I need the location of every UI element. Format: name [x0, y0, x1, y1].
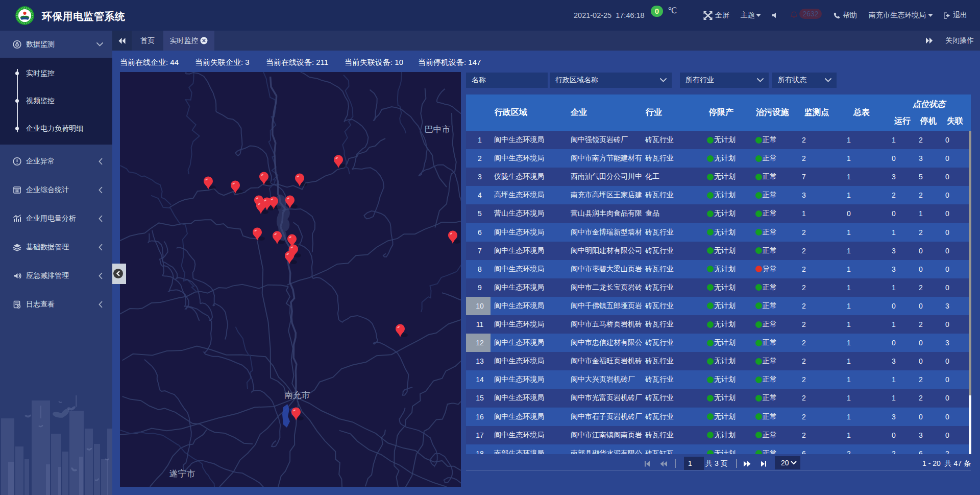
svg-text:南充市: 南充市 — [284, 390, 310, 400]
svg-text:巴中市: 巴中市 — [425, 125, 451, 134]
svg-text:遂宁市: 遂宁市 — [169, 469, 195, 479]
